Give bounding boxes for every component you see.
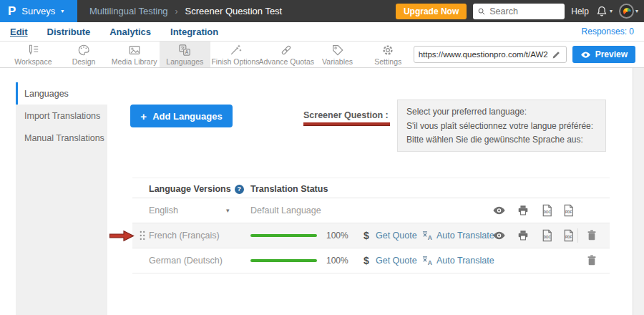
edit-pencil-icon[interactable] <box>551 49 562 60</box>
table-row-german: German (Deutsch) 100% $ Get Quote Auto T… <box>132 248 610 273</box>
questionpro-logo: P <box>8 5 16 17</box>
survey-url-field[interactable] <box>414 46 567 63</box>
column-translation-status: Translation Status <box>250 184 328 194</box>
auto-translate-icon[interactable] <box>421 255 434 267</box>
sidebar-item-languages[interactable]: Languages <box>16 82 107 105</box>
translation-progress-value: 100% <box>326 256 348 266</box>
toolbar-label: Advance Quotas <box>258 57 314 66</box>
language-name: French (Français) <box>149 231 220 241</box>
breadcrumb-separator: › <box>175 6 178 16</box>
language-versions-table: Language Versions ? Translation Status E… <box>132 178 610 273</box>
sidebar-item-manual-translations[interactable]: Manual Translations <box>16 127 107 149</box>
breadcrumb-folder[interactable]: Multilingual Testing <box>89 6 168 16</box>
toolbar-item-advance-quotas[interactable]: Advance Quotas <box>260 42 312 67</box>
chain-link-icon <box>280 44 293 57</box>
toolbar-label: Variables <box>322 57 353 66</box>
top-bar: P Surveys ▾ Multilingual Testing › Scree… <box>0 0 644 22</box>
language-dropdown-caret[interactable]: ▾ <box>226 207 230 214</box>
print-icon[interactable] <box>517 204 530 217</box>
tag-icon <box>331 44 344 57</box>
tab-integration[interactable]: Integration <box>170 26 218 37</box>
toolbar-item-finish-options[interactable]: Finish Options <box>210 42 261 67</box>
translation-progress-bar <box>250 259 317 262</box>
pdf-export-icon[interactable] <box>562 204 575 218</box>
toolbar-item-workspace[interactable]: Workspace <box>8 42 59 67</box>
dollar-icon[interactable]: $ <box>364 255 369 266</box>
plus-icon: + <box>140 110 147 122</box>
add-languages-button[interactable]: + Add Languages <box>130 105 233 127</box>
global-search[interactable] <box>473 4 565 19</box>
toolbar-label: Media Library <box>112 57 157 66</box>
preview-button[interactable]: Preview <box>572 46 635 63</box>
auto-translate-icon[interactable] <box>421 230 434 242</box>
auto-translate-link[interactable]: Auto Translate <box>436 231 494 241</box>
image-icon <box>128 44 141 57</box>
toolbar-label: Settings <box>374 57 401 66</box>
tab-analytics[interactable]: Analytics <box>109 26 151 37</box>
language-name: German (Deutsch) <box>149 256 223 266</box>
help-link[interactable]: Help <box>571 6 589 16</box>
table-header: Language Versions ? Translation Status <box>132 178 610 198</box>
eye-icon <box>580 49 591 60</box>
product-menu[interactable]: P Surveys ▾ <box>0 0 77 22</box>
account-menu[interactable]: ▾ <box>619 4 638 19</box>
get-quote-link[interactable]: Get Quote <box>376 231 417 241</box>
upgrade-now-button[interactable]: Upgrade Now <box>396 4 467 19</box>
languages-sidebar: Languages Import Translations Manual Tra… <box>16 82 107 315</box>
right-gutter <box>633 68 644 315</box>
doc-export-icon[interactable] <box>540 204 554 218</box>
languages-page: Languages Import Translations Manual Tra… <box>0 68 644 315</box>
chevron-down-icon: ▾ <box>635 9 638 14</box>
view-eye-icon[interactable] <box>492 229 506 243</box>
delete-trash-icon[interactable] <box>585 229 598 242</box>
delete-trash-icon[interactable] <box>585 254 598 267</box>
add-languages-label: Add Languages <box>152 111 223 122</box>
toolbar-right: Preview <box>414 42 644 67</box>
pdf-export-icon[interactable] <box>562 229 575 243</box>
breadcrumb-survey-name: Screener Question Test <box>185 6 283 16</box>
palette-icon <box>77 44 90 57</box>
responses-count[interactable]: Responses: 0 <box>582 26 634 37</box>
notifications-button[interactable]: ▾ <box>595 5 613 18</box>
toolbar-item-variables[interactable]: Variables <box>312 42 363 67</box>
languages-main: + Add Languages Screener Question : Sele… <box>107 68 633 315</box>
table-row-french: French (Français) 100% $ Get Quote Auto … <box>132 223 610 248</box>
help-icon[interactable]: ? <box>235 185 244 194</box>
dollar-icon[interactable]: $ <box>364 230 369 241</box>
toolbar-item-languages[interactable]: Languages <box>160 42 210 67</box>
gear-icon <box>381 44 394 57</box>
toolbar-item-settings[interactable]: Settings <box>363 42 414 67</box>
tab-distribute[interactable]: Distribute <box>47 26 91 37</box>
sidebar-item-label: Manual Translations <box>24 133 104 143</box>
toolbar-item-media-library[interactable]: Media Library <box>109 42 160 67</box>
toolbar-label: Design <box>72 57 96 66</box>
column-label: Language Versions <box>149 184 231 194</box>
screener-question-label: Screener Question : <box>303 110 389 120</box>
doc-export-icon[interactable] <box>540 229 554 243</box>
sidebar-item-import-translations[interactable]: Import Translations <box>16 105 107 127</box>
screener-line-french: S'il vous plaît sélectionnez votre langu… <box>406 121 597 131</box>
screener-line-english: Select your preferred language: <box>406 107 597 117</box>
language-name: English <box>149 205 178 215</box>
drag-handle[interactable] <box>138 230 147 241</box>
chevron-down-icon: ▾ <box>610 9 613 14</box>
tab-edit[interactable]: Edit <box>10 26 28 37</box>
preview-label: Preview <box>595 49 628 59</box>
view-eye-icon[interactable] <box>492 204 506 218</box>
toolbar-label: Languages <box>166 57 203 66</box>
print-icon[interactable] <box>517 229 530 242</box>
auto-translate-link[interactable]: Auto Translate <box>436 256 494 266</box>
toolbar-item-design[interactable]: Design <box>59 42 109 67</box>
default-language-label: Default Language <box>250 205 321 215</box>
search-input[interactable] <box>489 6 560 16</box>
red-arrow-annotation <box>109 230 135 242</box>
get-quote-link[interactable]: Get Quote <box>376 256 417 266</box>
actions-divider <box>577 228 578 243</box>
survey-url-input[interactable] <box>419 50 548 59</box>
table-row-english: English ▾ Default Language <box>132 198 610 223</box>
translation-progress-bar <box>250 234 317 237</box>
avatar <box>619 4 634 19</box>
section-tabs: Edit Distribute Analytics Integration Re… <box>0 22 644 42</box>
chevron-down-icon: ▾ <box>61 9 64 14</box>
bell-icon <box>595 5 608 18</box>
